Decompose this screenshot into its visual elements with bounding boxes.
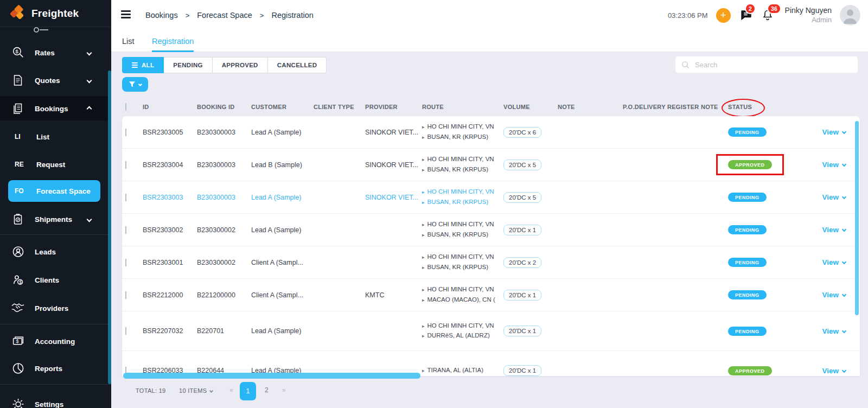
route-arrow-icon: ▸ — [422, 265, 425, 270]
select-all-checkbox[interactable] — [125, 103, 126, 111]
cell-booking-id: B220701 — [197, 327, 251, 335]
breadcrumb-registration[interactable]: Registration — [271, 11, 313, 20]
table-row[interactable]: BSR2303005 B230300003 Lead A (Sample) SI… — [122, 116, 860, 149]
user-name: Pinky Nguyen — [785, 5, 832, 15]
sidebar-item-reports[interactable]: Reports — [0, 356, 111, 380]
view-button[interactable]: View — [796, 193, 860, 201]
sidebar-item-shipments[interactable]: Shipments — [0, 207, 111, 231]
cell-status: PENDING — [720, 127, 796, 137]
row-checkbox[interactable] — [125, 129, 126, 136]
view-button[interactable]: View — [796, 327, 860, 335]
volume-chip: 20'DC x 5 — [503, 192, 541, 203]
table-row[interactable]: BSR2212000 B221200000 Client A (Sampl...… — [122, 279, 860, 311]
horizontal-scrollbar[interactable] — [123, 373, 420, 379]
add-button[interactable]: + — [716, 8, 731, 23]
route-arrow-icon: ▸ — [422, 200, 425, 205]
filter-cancelled-button[interactable]: CANCELLED — [268, 57, 327, 73]
breadcrumb-bookings[interactable]: Bookings — [145, 11, 178, 20]
cell-customer: Client A (Sampl... — [251, 291, 314, 299]
row-checkbox[interactable] — [125, 291, 126, 299]
sidebar-divider — [0, 324, 111, 324]
quotes-icon — [11, 74, 25, 87]
row-checkbox[interactable] — [125, 259, 126, 266]
status-badge: PENDING — [728, 290, 767, 299]
tab-list[interactable]: List — [122, 30, 135, 52]
table-row[interactable]: BSR2303003 B230300003 Lead A (Sample) SI… — [122, 181, 860, 214]
sidebar-item-leads[interactable]: Leads — [0, 240, 111, 264]
notifications-button[interactable]: 36 — [761, 8, 775, 22]
table-row[interactable]: BSR2303004 B230300003 Lead B (Sample) SI… — [122, 149, 860, 181]
vertical-scrollbar[interactable] — [855, 121, 859, 315]
status-badge-wrap: PENDING — [728, 225, 767, 234]
row-checkbox[interactable] — [125, 161, 126, 169]
volume-chip: 20'DC x 1 — [503, 290, 541, 301]
sidebar-divider — [0, 384, 111, 385]
column-po-note: P.O.DELIVERY REGISTER NOTE — [623, 104, 720, 110]
sidebar-item-bookings-forecast-space[interactable]: FO Forecast Space — [8, 180, 100, 202]
status-badge: PENDING — [728, 127, 767, 137]
row-checkbox[interactable] — [125, 226, 126, 234]
table-card: BSR2303005 B230300003 Lead A (Sample) SI… — [122, 116, 860, 376]
row-checkbox[interactable] — [125, 327, 126, 335]
filter-dropdown-button[interactable] — [122, 77, 148, 92]
sidebar-item-bookings[interactable]: Bookings — [0, 96, 111, 120]
sidebar-item-providers[interactable]: Providers — [0, 296, 111, 320]
view-button[interactable]: View — [796, 258, 860, 266]
page-size-dropdown[interactable]: 10 ITEMS — [179, 387, 213, 394]
sidebar-item-quotes[interactable]: Quotes — [0, 68, 111, 92]
route-destination: ▸BUSAN, KR (KRPUS) — [422, 230, 500, 240]
table-row[interactable]: BSR2207032 B220701 Lead A (Sample) ▸HO C… — [122, 311, 860, 351]
view-button[interactable]: View — [796, 367, 860, 375]
column-route: ROUTE — [422, 104, 503, 110]
filter-approved-button[interactable]: APPROVED — [213, 57, 268, 73]
view-button[interactable]: View — [796, 161, 860, 169]
sidebar-item-bookings-list[interactable]: LI List — [0, 125, 111, 149]
sidebar-divider — [0, 234, 111, 235]
table-body: BSR2303005 B230300003 Lead A (Sample) SI… — [122, 116, 860, 376]
filter-all-button[interactable]: ALL — [122, 57, 164, 73]
table-row[interactable]: BSR2303001 B230300002 Client A (Sampl...… — [122, 246, 860, 279]
pagination-page-1-current[interactable]: 1 — [240, 382, 256, 400]
pagination-page-2[interactable]: 2 — [265, 386, 269, 394]
view-button[interactable]: View — [796, 291, 860, 299]
breadcrumb-separator: > — [260, 11, 264, 20]
status-badge: PENDING — [728, 258, 767, 267]
view-button[interactable]: View — [796, 226, 860, 234]
sidebar-item-accounting[interactable]: $ Accounting — [0, 329, 111, 353]
pagination-next[interactable]: » — [282, 386, 286, 394]
chevron-down-icon — [842, 260, 846, 264]
table-row[interactable]: BSR2303002 B230300002 Lead A (Sample) ▸H… — [122, 214, 860, 246]
search-input[interactable] — [694, 60, 852, 69]
sidebar-item-bookings-request[interactable]: RE Request — [0, 152, 111, 176]
route-arrow-icon: ▸ — [422, 297, 425, 303]
pagination-prev[interactable]: « — [229, 386, 233, 394]
table-header: ID BOOKING ID CUSTOMER CLIENT TYPE PROVI… — [122, 98, 860, 116]
bookings-icon — [11, 102, 25, 115]
app-logo[interactable]: Freightek — [0, 0, 111, 27]
sidebar-item-settings[interactable]: Settings — [0, 392, 111, 408]
breadcrumb-forecast-space[interactable]: Forecast Space — [197, 11, 252, 20]
sidebar-scrollbar[interactable] — [108, 71, 111, 384]
view-button[interactable]: View — [796, 128, 860, 136]
filter-pending-button[interactable]: PENDING — [164, 57, 213, 73]
status-badge-wrap: PENDING — [728, 258, 767, 267]
messages-button[interactable]: 2 — [739, 8, 753, 22]
hamburger-menu-icon[interactable] — [121, 10, 131, 18]
app-title: Freightek — [31, 8, 79, 20]
cell-status: PENDING — [720, 225, 796, 234]
column-provider: PROVIDER — [365, 104, 422, 110]
chevron-down-icon — [842, 292, 846, 297]
sidebar-item-clients[interactable]: $ Clients — [0, 268, 111, 292]
tab-registration[interactable]: Registration — [152, 30, 194, 52]
chevron-down-icon — [842, 162, 846, 167]
status-badge: APPROVED — [728, 160, 772, 169]
volume-chip: 20'DC x 1 — [503, 225, 541, 235]
row-checkbox[interactable] — [125, 194, 126, 201]
sidebar-item-rates[interactable]: $ Rates — [0, 41, 111, 65]
avatar[interactable] — [840, 5, 860, 25]
route-destination: ▸MACAO (MACAO), CN ( — [422, 295, 500, 305]
cell-route: ▸HO CHI MINH CITY, VN ▸BUSAN, KR (KRPUS) — [422, 220, 503, 240]
status-badge: APPROVED — [728, 366, 772, 375]
settings-gear-icon — [11, 398, 25, 408]
cell-booking-id: B230300002 — [197, 226, 251, 234]
